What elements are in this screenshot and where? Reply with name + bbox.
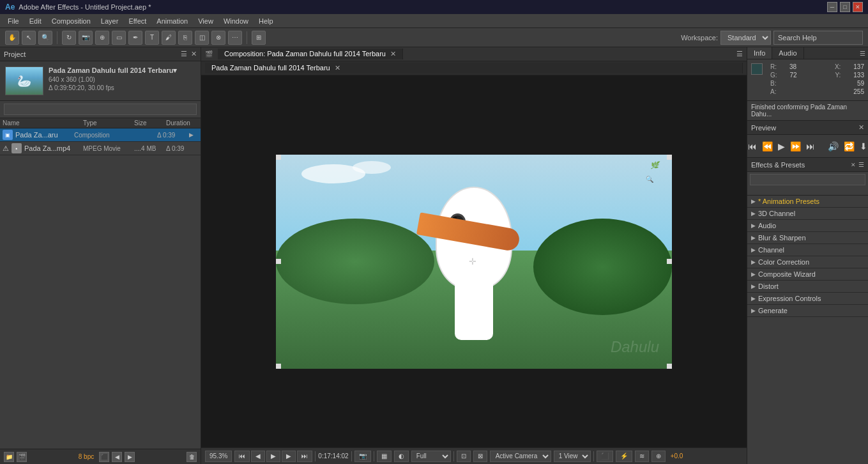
vc-toggle[interactable]: ◐ [394, 451, 409, 462]
tool-shape[interactable]: ▭ [112, 31, 126, 45]
tool-zoom[interactable]: 🔍 [38, 31, 52, 45]
prev-forward[interactable]: ⏩ [789, 140, 802, 153]
vc-3d-view[interactable]: ⊕ [651, 451, 666, 462]
menu-help[interactable]: Help [254, 16, 278, 26]
preview-panel-close[interactable]: ✕ [858, 123, 864, 132]
handle-mr[interactable] [667, 259, 672, 264]
minimize-button[interactable]: ─ [827, 2, 837, 12]
handle-tl[interactable] [276, 155, 281, 160]
vc-snapshot[interactable]: 📷 [354, 451, 371, 462]
color-depth-button[interactable]: ⬛ [99, 452, 109, 462]
effect-color-correction[interactable]: ▶ Color Correction [747, 256, 868, 268]
effect-blur-sharpen[interactable]: ▶ Blur & Sharpen [747, 232, 868, 244]
tool-extra[interactable]: ⊞ [252, 31, 266, 45]
effects-panel-close[interactable]: ✕ [851, 162, 856, 168]
info-panel-menu[interactable]: ☰ [860, 50, 865, 57]
tool-select[interactable]: ↖ [22, 31, 36, 45]
effect-expression-controls[interactable]: ▶ Expression Controls [747, 293, 868, 305]
menu-window[interactable]: Window [218, 16, 254, 26]
menu-layer[interactable]: Layer [96, 16, 124, 26]
project-preview-detail2: Δ 0:39:50:20, 30.00 fps [49, 84, 195, 91]
menu-edit[interactable]: Edit [24, 16, 47, 26]
prev-last[interactable]: ⏭ [805, 140, 816, 153]
tool-brush[interactable]: 🖌 [162, 31, 176, 45]
vc-view-select[interactable]: 1 View [554, 451, 591, 462]
effects-panel-menu[interactable]: ☰ [858, 161, 864, 168]
prev-play[interactable]: ▶ [777, 140, 786, 153]
composition-tab[interactable]: Composition: Pada Zaman Dahulu full 2014… [218, 49, 403, 59]
vc-play[interactable]: ▶ [266, 451, 280, 462]
handle-bl[interactable] [276, 364, 281, 369]
tab-audio[interactable]: Audio [772, 47, 803, 59]
tool-roto[interactable]: ⊗ [211, 31, 225, 45]
prev-back[interactable]: ⏪ [761, 140, 774, 153]
prev-download[interactable]: ⬇ [858, 140, 868, 153]
composition-header: 🎬 Composition: Pada Zaman Dahulu full 20… [201, 47, 747, 61]
tool-text[interactable]: T [145, 31, 159, 45]
vc-roi[interactable]: ⊡ [457, 451, 471, 462]
handle-br[interactable] [667, 364, 672, 369]
effects-search-input[interactable] [750, 174, 865, 185]
comp-header-menu[interactable]: ☰ [736, 50, 743, 58]
menu-composition[interactable]: Composition [47, 16, 96, 26]
search-input[interactable] [773, 31, 863, 45]
tool-anchor[interactable]: ⊕ [95, 31, 109, 45]
effect-distort[interactable]: ▶ Distort [747, 281, 868, 293]
menu-animation[interactable]: Animation [151, 16, 193, 26]
vc-motion-blur[interactable]: ≋ [635, 451, 649, 462]
effect-channel[interactable]: ▶ Channel [747, 244, 868, 256]
effect-generate[interactable]: ▶ Generate [747, 305, 868, 317]
prev-loop[interactable]: 🔁 [842, 140, 856, 153]
col-header-name[interactable]: Name [3, 120, 74, 127]
project-item-1[interactable]: ⚠ ▪ Pada Za...mp4 MPEG Movie ....4 MB Δ … [0, 142, 201, 155]
tool-clone[interactable]: ⎘ [178, 31, 192, 45]
next-arrow[interactable]: ▶ [125, 452, 135, 462]
vc-last-frame[interactable]: ⏭ [297, 451, 312, 462]
vc-next-frame[interactable]: ▶ [282, 451, 296, 462]
composition-viewer[interactable]: 🌿 Dahulu ✛ [201, 75, 747, 447]
tool-puppet[interactable]: ⋯ [228, 31, 242, 45]
prev-audio[interactable]: 🔊 [826, 140, 840, 153]
effect-3d-channel[interactable]: ▶ 3D Channel [747, 208, 868, 220]
composition-tab-label: Composition: Pada Zaman Dahulu full 2014… [224, 50, 386, 58]
close-button[interactable]: ✕ [853, 2, 863, 12]
prev-first[interactable]: ⏮ [747, 140, 758, 153]
viewer-tab-close[interactable]: ✕ [335, 64, 340, 72]
prev-arrow[interactable]: ◀ [112, 452, 122, 462]
handle-ml[interactable] [276, 259, 281, 264]
vc-first-frame[interactable]: ⏮ [234, 451, 250, 462]
viewer-tab[interactable]: Pada Zaman Dahulu full 2014 Terbaru ✕ [205, 63, 743, 73]
tool-cam[interactable]: 📷 [79, 31, 93, 45]
menu-effect[interactable]: Effect [123, 16, 151, 26]
vc-prev-frame[interactable]: ◀ [251, 451, 265, 462]
tool-pen[interactable]: ✒ [128, 31, 142, 45]
tool-eraser[interactable]: ◫ [195, 31, 209, 45]
vc-camera-select[interactable]: Active Camera [490, 451, 551, 462]
menu-view[interactable]: View [193, 16, 218, 26]
vc-render-btn[interactable]: ⬛ [597, 451, 613, 462]
tool-hand[interactable]: ✋ [5, 31, 19, 45]
project-search-input[interactable] [4, 104, 197, 115]
workspace-select[interactable]: Standard [720, 31, 771, 45]
comp-tab-close[interactable]: ✕ [390, 50, 396, 58]
effect-composite-wizard[interactable]: ▶ Composite Wizard [747, 268, 868, 281]
project-item-0[interactable]: ▣ Pada Za...aru Composition Δ 0:39 ▶ [0, 128, 201, 142]
project-panel-close[interactable]: ✕ [191, 50, 197, 58]
maximize-button[interactable]: □ [840, 2, 850, 12]
delete-button[interactable]: 🗑 [187, 452, 197, 462]
new-comp-button[interactable]: 🎬 [17, 452, 27, 462]
handle-tr[interactable] [667, 155, 672, 160]
tab-info[interactable]: Info [747, 47, 772, 59]
effect-animation-presets[interactable]: ▶ * Animation Presets [747, 196, 868, 208]
vc-zoom-display[interactable]: 95.3% [205, 451, 232, 462]
vc-quality-select[interactable]: Full Half Quarter [411, 451, 451, 462]
effect-audio[interactable]: ▶ Audio [747, 220, 868, 232]
tool-rotate[interactable]: ↻ [62, 31, 76, 45]
title-bar-controls[interactable]: ─ □ ✕ [827, 2, 863, 12]
project-panel-menu[interactable]: ☰ [181, 50, 187, 58]
vc-safe-zones[interactable]: ⊠ [473, 451, 487, 462]
vc-transparency[interactable]: ▦ [377, 451, 392, 462]
vc-fast-preview[interactable]: ⚡ [616, 451, 632, 462]
new-folder-button[interactable]: 📁 [4, 452, 14, 462]
menu-file[interactable]: File [3, 16, 24, 26]
